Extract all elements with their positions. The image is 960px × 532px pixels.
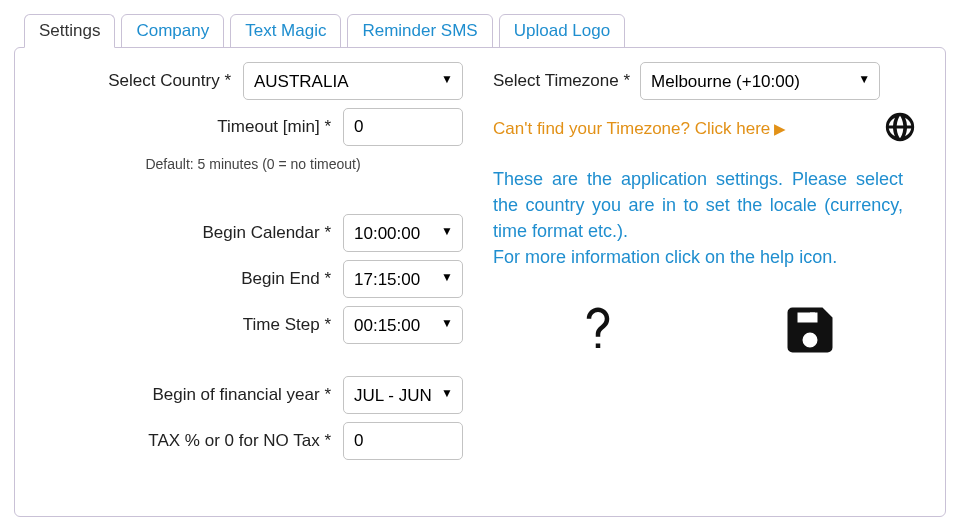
label-select-timezone: Select Timezone * bbox=[493, 71, 640, 91]
tab-text-magic[interactable]: Text Magic bbox=[230, 14, 341, 48]
label-begin-calendar: Begin Calendar * bbox=[43, 223, 343, 243]
settings-panel: Select Country * AUSTRALIA Timeout [min]… bbox=[14, 47, 946, 517]
select-timezone[interactable]: Melbourne (+10:00) bbox=[640, 62, 880, 100]
tab-upload-logo[interactable]: Upload Logo bbox=[499, 14, 625, 48]
help-icon[interactable] bbox=[571, 303, 625, 361]
select-begin-end[interactable]: 17:15:00 bbox=[343, 260, 463, 298]
select-financial-year[interactable]: JUL - JUN bbox=[343, 376, 463, 414]
input-tax[interactable] bbox=[343, 422, 463, 460]
tabs: Settings Company Text Magic Reminder SMS… bbox=[14, 14, 946, 48]
chevron-right-icon: ▶ bbox=[774, 120, 786, 138]
link-cant-find-timezone-text: Can't find your Timezone? Click here bbox=[493, 119, 770, 139]
tab-company[interactable]: Company bbox=[121, 14, 224, 48]
tab-reminder-sms[interactable]: Reminder SMS bbox=[347, 14, 492, 48]
label-timeout: Timeout [min] * bbox=[43, 117, 343, 137]
left-column: Select Country * AUSTRALIA Timeout [min]… bbox=[43, 62, 463, 494]
right-column: Select Timezone * Melbourne (+10:00) Can… bbox=[493, 62, 917, 494]
svg-rect-0 bbox=[810, 313, 815, 321]
label-tax: TAX % or 0 for NO Tax * bbox=[43, 431, 343, 451]
label-financial-year: Begin of financial year * bbox=[43, 385, 343, 405]
save-icon[interactable] bbox=[780, 300, 840, 364]
input-timeout[interactable] bbox=[343, 108, 463, 146]
hint-timeout: Default: 5 minutes (0 = no timeout) bbox=[43, 156, 463, 172]
label-begin-end: Begin End * bbox=[43, 269, 343, 289]
select-begin-calendar[interactable]: 10:00:00 bbox=[343, 214, 463, 252]
label-time-step: Time Step * bbox=[43, 315, 343, 335]
link-cant-find-timezone[interactable]: Can't find your Timezone? Click here ▶ bbox=[493, 119, 786, 139]
select-time-step[interactable]: 00:15:00 bbox=[343, 306, 463, 344]
label-select-country: Select Country * bbox=[43, 71, 243, 91]
description-text: These are the application settings. Plea… bbox=[493, 166, 903, 270]
tab-settings[interactable]: Settings bbox=[24, 14, 115, 48]
globe-icon[interactable] bbox=[883, 110, 917, 148]
select-country[interactable]: AUSTRALIA bbox=[243, 62, 463, 100]
